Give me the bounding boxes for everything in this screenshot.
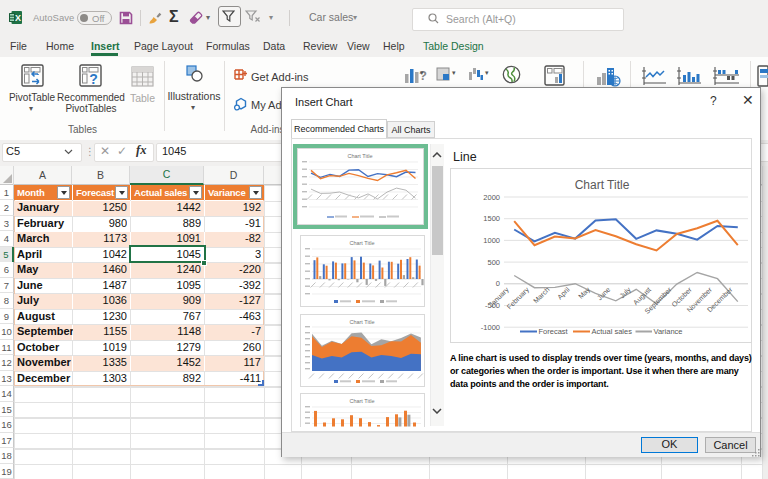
svg-text:Chart Title: Chart Title	[347, 153, 372, 159]
svg-text:Chart Title: Chart Title	[349, 240, 374, 246]
svg-text:Forecast: Forecast	[539, 327, 569, 336]
svg-text:Actual sales: Actual sales	[592, 327, 633, 336]
svg-text:2000: 2000	[483, 193, 500, 202]
svg-text:1500: 1500	[483, 214, 500, 223]
svg-text:X: X	[15, 13, 21, 23]
svg-text:Chart Title: Chart Title	[349, 319, 374, 325]
svg-text:0: 0	[496, 279, 500, 288]
svg-text:Variance: Variance	[654, 327, 683, 336]
svg-text:Chart Title: Chart Title	[349, 398, 374, 404]
svg-text:?: ?	[89, 71, 98, 87]
svg-text:1000: 1000	[483, 236, 500, 245]
svg-text:-1000: -1000	[481, 323, 500, 332]
svg-text:500: 500	[487, 258, 500, 267]
svg-text:Chart Title: Chart Title	[575, 178, 630, 192]
